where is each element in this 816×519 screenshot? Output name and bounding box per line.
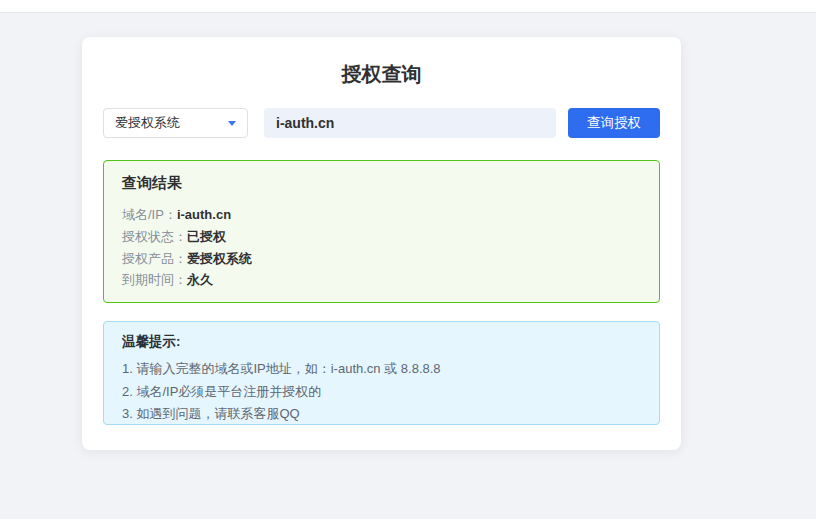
- tips-title: 温馨提示:: [122, 333, 641, 351]
- caret-down-icon: [228, 121, 236, 126]
- query-form: 爱授权系统 查询授权: [103, 108, 660, 138]
- tip-item: 3. 如遇到问题，请联系客服QQ: [122, 403, 641, 426]
- result-value: 已授权: [187, 229, 226, 244]
- result-value: i-auth.cn: [177, 207, 231, 222]
- result-row-product: 授权产品：爱授权系统: [122, 248, 641, 270]
- top-bar: [0, 0, 816, 13]
- result-label: 授权状态：: [122, 229, 187, 244]
- result-row-status: 授权状态：已授权: [122, 226, 641, 248]
- tips-panel: 温馨提示: 1. 请输入完整的域名或IP地址，如：i-auth.cn 或 8.8…: [103, 321, 660, 425]
- query-auth-button[interactable]: 查询授权: [568, 108, 660, 138]
- tip-item: 1. 请输入完整的域名或IP地址，如：i-auth.cn 或 8.8.8.8: [122, 358, 641, 381]
- result-row-domain: 域名/IP：i-auth.cn: [122, 204, 641, 226]
- result-row-expiry: 到期时间：永久: [122, 269, 641, 291]
- result-value: 爱授权系统: [187, 251, 252, 266]
- auth-query-card: 授权查询 爱授权系统 查询授权 查询结果 域名/IP：i-auth.cn 授权状…: [82, 37, 681, 450]
- result-value: 永久: [187, 272, 213, 287]
- result-label: 授权产品：: [122, 251, 187, 266]
- tip-item: 2. 域名/IP必须是平台注册并授权的: [122, 381, 641, 404]
- result-label: 到期时间：: [122, 272, 187, 287]
- result-title: 查询结果: [122, 174, 641, 193]
- query-result-panel: 查询结果 域名/IP：i-auth.cn 授权状态：已授权 授权产品：爱授权系统…: [103, 160, 660, 303]
- product-select-value: 爱授权系统: [115, 114, 180, 132]
- product-select[interactable]: 爱授权系统: [103, 108, 248, 138]
- result-label: 域名/IP：: [122, 207, 177, 222]
- domain-input[interactable]: [264, 108, 556, 138]
- page-title: 授权查询: [82, 61, 681, 88]
